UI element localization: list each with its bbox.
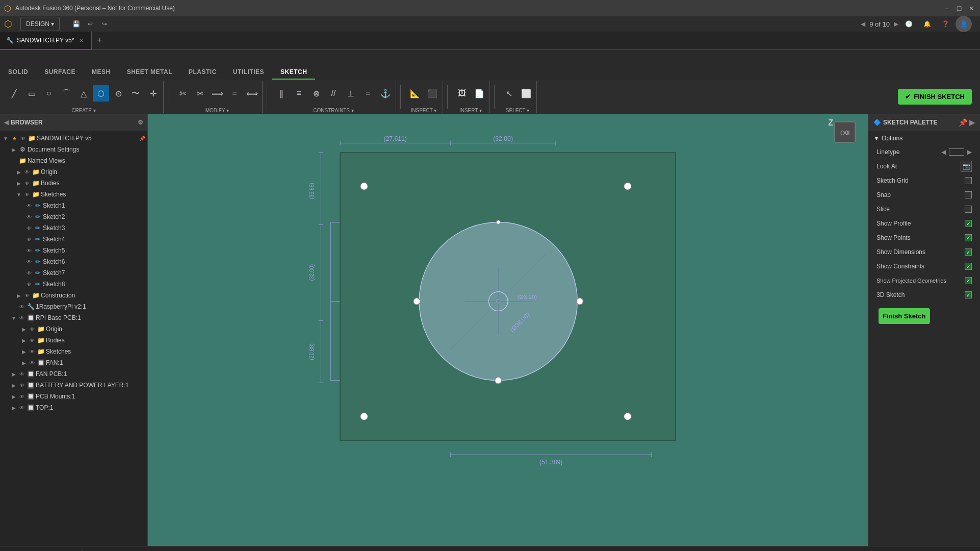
expand-battery[interactable]: ▶ xyxy=(10,382,17,389)
visibility-fan1[interactable]: 👁 xyxy=(29,359,36,366)
tree-item-sketch8[interactable]: 👁 ✏ Sketch8 xyxy=(0,279,147,290)
visibility-sketches2[interactable]: 👁 xyxy=(29,348,36,355)
expand-doc-settings[interactable]: ▶ xyxy=(10,146,17,153)
tree-item-fan1[interactable]: ▶ 👁 🔲 FAN:1 xyxy=(0,357,147,368)
options-section-header[interactable]: ▼ Options xyxy=(873,135,975,142)
redo-button[interactable]: ↪ xyxy=(98,18,111,30)
extend-button[interactable]: ⟹ xyxy=(209,85,225,102)
expand-sketches[interactable]: ▼ xyxy=(15,191,22,198)
visibility-origin[interactable]: 👁 xyxy=(23,168,31,176)
circle-tool-button[interactable]: ○ xyxy=(41,85,57,102)
expand-top1[interactable]: ▶ xyxy=(10,404,17,411)
help-icon[interactable]: ❓ xyxy=(937,16,953,32)
visibility-pcb-mounts[interactable]: 👁 xyxy=(18,393,25,400)
design-dropdown-button[interactable]: DESIGN ▾ xyxy=(20,17,60,31)
linetype-left-icon[interactable]: ◀ xyxy=(941,148,946,156)
visibility-sketch7[interactable]: 👁 xyxy=(25,269,33,277)
constraints-group-label[interactable]: CONSTRAINTS ▾ xyxy=(313,108,353,113)
insert-group-label[interactable]: INSERT ▾ xyxy=(459,108,482,113)
visibility-sketch5[interactable]: 👁 xyxy=(25,247,33,254)
visibility-sketches[interactable]: 👁 xyxy=(23,191,31,198)
visibility-top1[interactable]: 👁 xyxy=(18,404,25,411)
visibility-rpi1[interactable]: 👁 xyxy=(18,303,25,310)
tree-item-sketch5[interactable]: 👁 ✏ Sketch5 xyxy=(0,245,147,256)
save-button[interactable]: 💾 xyxy=(70,18,82,30)
new-tab-button[interactable]: + xyxy=(92,32,108,50)
tab-mesh[interactable]: MESH xyxy=(84,65,119,80)
expand-construction[interactable]: ▶ xyxy=(15,292,22,299)
zoom-button[interactable]: 🔍 xyxy=(65,549,78,552)
window-select-button[interactable]: ⬜ xyxy=(88,549,100,552)
point-tool-button[interactable]: ✛ xyxy=(145,85,161,102)
tree-item-origin[interactable]: ▶ 👁 📁 Origin xyxy=(0,166,147,178)
browser-options-icon[interactable]: ⚙ xyxy=(138,119,143,126)
hexagon-tool-button[interactable]: ⬡ xyxy=(93,85,109,102)
tab-sketch[interactable]: SKETCH xyxy=(272,65,315,80)
tree-item-named-views[interactable]: ▶ 📁 Named Views xyxy=(0,155,147,166)
tab-sheet-metal[interactable]: SHEET METAL xyxy=(119,65,180,80)
grid-select-button[interactable]: ⊞ xyxy=(119,549,131,552)
rect-tool-button[interactable]: ▭ xyxy=(23,85,40,102)
select-button[interactable]: ↖ xyxy=(501,85,517,102)
home-view-button[interactable]: 🏠 xyxy=(4,549,16,552)
visibility-bodies2[interactable]: 👁 xyxy=(29,337,36,344)
show-constraints-checkbox[interactable]: ✓ xyxy=(965,263,972,270)
expand-fan1[interactable]: ▶ xyxy=(20,359,28,366)
polygon-tool-button[interactable]: △ xyxy=(75,85,92,102)
notification-icon[interactable]: 🔔 xyxy=(919,16,935,32)
tree-item-sketch2[interactable]: 👁 ✏ Sketch2 xyxy=(0,211,147,222)
show-points-checkbox[interactable]: ✓ xyxy=(965,234,972,241)
expand-bodies[interactable]: ▶ xyxy=(15,180,22,187)
modify-group-label[interactable]: MODIFY ▾ xyxy=(205,108,229,113)
finish-sketch-ribbon-button[interactable]: ✔ FINISH SKETCH xyxy=(898,89,972,105)
show-projected-checkbox[interactable]: ✓ xyxy=(965,277,972,284)
tree-item-fan-pcb[interactable]: ▶ 👁 🔲 FAN PCB:1 xyxy=(0,368,147,380)
expand-fan-pcb[interactable]: ▶ xyxy=(10,370,17,378)
offset-button[interactable]: = xyxy=(226,85,243,102)
look-at-button[interactable]: 📷 xyxy=(961,161,972,172)
expand-rpi-base[interactable]: ▼ xyxy=(10,314,17,321)
equal-button[interactable]: = xyxy=(360,85,376,102)
pan-button[interactable]: ✋ xyxy=(50,549,62,552)
visibility-rpi-base[interactable]: 👁 xyxy=(18,314,25,321)
nav-prev-button[interactable]: ◀ xyxy=(861,20,865,28)
insert-image-button[interactable]: 🖼 xyxy=(454,85,470,102)
window-select-button[interactable]: ⬜ xyxy=(518,85,534,102)
tree-item-rpi-base[interactable]: ▼ 👁 🔲 RPI Base PCB:1 xyxy=(0,312,147,323)
sketch-grid-checkbox[interactable] xyxy=(965,177,972,184)
expand-bodies2[interactable]: ▶ xyxy=(20,337,28,344)
palette-expand-icon[interactable]: ▶ xyxy=(969,118,975,127)
nav-next-button[interactable]: ▶ xyxy=(894,20,898,28)
undo-button[interactable]: ↩ xyxy=(84,18,96,30)
snap-checkbox[interactable] xyxy=(965,191,972,198)
concentric-button[interactable]: ⊗ xyxy=(308,85,324,102)
box-select-button[interactable]: ▣ xyxy=(104,549,116,552)
expand-origin2[interactable]: ▶ xyxy=(20,325,28,333)
display-settings-button[interactable]: ⚙ xyxy=(964,549,976,552)
expand-pcb-mounts[interactable]: ▶ xyxy=(10,393,17,400)
linetype-right-icon[interactable]: ▶ xyxy=(967,148,972,156)
expand-root[interactable]: ▼ xyxy=(2,135,9,142)
3d-sketch-checkbox[interactable]: ✓ xyxy=(965,291,972,298)
visibility-sketch4[interactable]: 👁 xyxy=(25,236,33,243)
tab-surface[interactable]: SURFACE xyxy=(36,65,84,80)
tree-item-sketches2[interactable]: ▶ 👁 📁 Sketches xyxy=(0,346,147,357)
tab-solid[interactable]: SOLID xyxy=(0,65,36,80)
tree-item-sketches[interactable]: ▼ 👁 📁 Sketches xyxy=(0,189,147,200)
tree-item-sketch7[interactable]: 👁 ✏ Sketch7 xyxy=(0,267,147,279)
mirror-button[interactable]: ⟺ xyxy=(244,85,260,102)
fit-view-button[interactable]: ⊞ xyxy=(19,549,32,552)
expand-origin[interactable]: ▶ xyxy=(15,168,22,176)
minimize-button[interactable]: – xyxy=(942,4,951,13)
inspect-group-label[interactable]: INSPECT ▾ xyxy=(411,108,437,113)
tree-item-root[interactable]: ▼ ★ 👁 📁 SANDWITCH.PY v5 📌 xyxy=(0,133,147,144)
show-dimensions-checkbox[interactable]: ✓ xyxy=(965,248,972,256)
root-pin-icon[interactable]: 📌 xyxy=(139,136,145,141)
clock-icon[interactable]: 🕐 xyxy=(900,16,917,32)
measure-button[interactable]: 📐 xyxy=(407,85,423,102)
tab-utilities[interactable]: UTILITIES xyxy=(225,65,272,80)
canvas-area[interactable]: Z X ⬡0l (27.611) (32.00) xyxy=(148,114,868,546)
create-group-label[interactable]: CREATE ▾ xyxy=(71,108,96,113)
tree-item-bodies2[interactable]: ▶ 👁 📁 Bodies xyxy=(0,335,147,346)
tab-close-button[interactable]: × xyxy=(79,36,83,44)
